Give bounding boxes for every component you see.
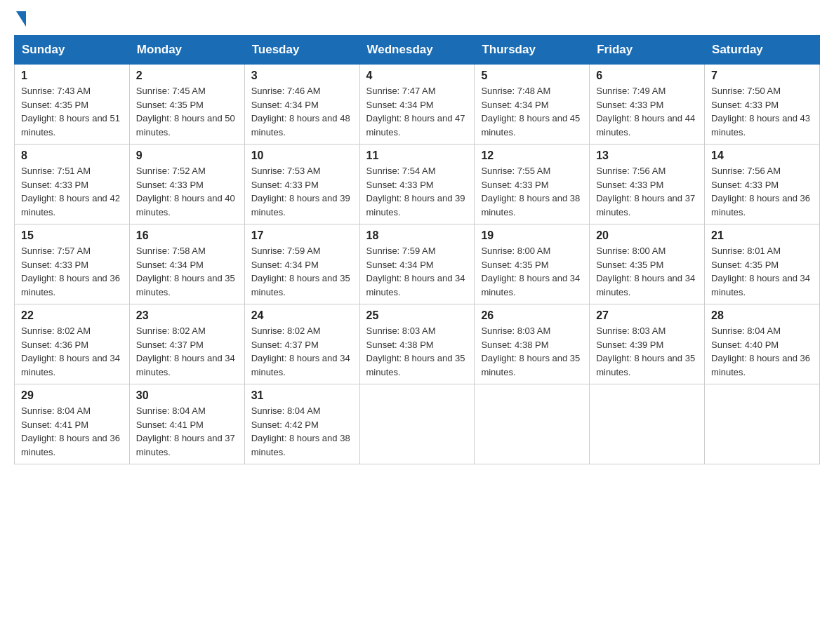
day-info: Sunrise: 7:54 AMSunset: 4:33 PMDaylight:… <box>366 166 465 217</box>
column-header-sunday: Sunday <box>15 36 130 65</box>
day-number: 17 <box>251 229 353 242</box>
calendar-cell: 9Sunrise: 7:52 AMSunset: 4:33 PMDaylight… <box>129 145 244 224</box>
calendar-cell: 6Sunrise: 7:49 AMSunset: 4:33 PMDaylight… <box>590 65 705 145</box>
day-info: Sunrise: 7:47 AMSunset: 4:34 PMDaylight:… <box>366 86 465 137</box>
day-info: Sunrise: 7:56 AMSunset: 4:33 PMDaylight:… <box>596 166 695 217</box>
calendar-cell: 10Sunrise: 7:53 AMSunset: 4:33 PMDayligh… <box>244 145 359 224</box>
day-info: Sunrise: 8:03 AMSunset: 4:38 PMDaylight:… <box>481 326 580 377</box>
calendar-cell: 21Sunrise: 8:01 AMSunset: 4:35 PMDayligh… <box>705 224 820 304</box>
calendar-cell: 13Sunrise: 7:56 AMSunset: 4:33 PMDayligh… <box>590 145 705 224</box>
calendar-cell: 19Sunrise: 8:00 AMSunset: 4:35 PMDayligh… <box>475 224 590 304</box>
day-info: Sunrise: 7:46 AMSunset: 4:34 PMDaylight:… <box>251 86 350 137</box>
calendar-cell <box>359 384 475 464</box>
calendar-cell: 17Sunrise: 7:59 AMSunset: 4:34 PMDayligh… <box>244 224 359 304</box>
day-number: 25 <box>366 309 468 322</box>
day-number: 28 <box>711 309 813 322</box>
day-number: 16 <box>136 229 238 242</box>
day-number: 31 <box>251 389 353 402</box>
day-info: Sunrise: 7:51 AMSunset: 4:33 PMDaylight:… <box>21 166 120 217</box>
day-info: Sunrise: 8:04 AMSunset: 4:41 PMDaylight:… <box>136 405 235 457</box>
calendar-cell: 28Sunrise: 8:04 AMSunset: 4:40 PMDayligh… <box>705 304 820 384</box>
day-number: 7 <box>711 69 813 82</box>
calendar-cell <box>705 384 820 464</box>
day-info: Sunrise: 8:04 AMSunset: 4:40 PMDaylight:… <box>711 326 810 377</box>
day-number: 19 <box>481 229 583 242</box>
calendar-cell: 15Sunrise: 7:57 AMSunset: 4:33 PMDayligh… <box>15 224 130 304</box>
day-number: 9 <box>136 149 238 162</box>
day-number: 29 <box>21 389 123 402</box>
day-number: 2 <box>136 69 238 82</box>
day-number: 11 <box>366 149 468 162</box>
day-number: 6 <box>596 69 698 82</box>
calendar-table: SundayMondayTuesdayWednesdayThursdayFrid… <box>14 35 820 464</box>
day-number: 4 <box>366 69 468 82</box>
calendar-week-row: 8Sunrise: 7:51 AMSunset: 4:33 PMDaylight… <box>15 145 820 224</box>
day-info: Sunrise: 8:04 AMSunset: 4:42 PMDaylight:… <box>251 405 350 457</box>
column-header-friday: Friday <box>590 36 705 65</box>
day-info: Sunrise: 7:56 AMSunset: 4:33 PMDaylight:… <box>711 166 810 217</box>
day-info: Sunrise: 8:02 AMSunset: 4:37 PMDaylight:… <box>251 326 350 377</box>
day-info: Sunrise: 7:59 AMSunset: 4:34 PMDaylight:… <box>366 246 465 297</box>
day-number: 27 <box>596 309 698 322</box>
calendar-cell: 4Sunrise: 7:47 AMSunset: 4:34 PMDaylight… <box>359 65 475 145</box>
day-info: Sunrise: 7:43 AMSunset: 4:35 PMDaylight:… <box>21 86 120 137</box>
calendar-cell: 8Sunrise: 7:51 AMSunset: 4:33 PMDaylight… <box>15 145 130 224</box>
day-info: Sunrise: 8:02 AMSunset: 4:36 PMDaylight:… <box>21 326 120 377</box>
day-info: Sunrise: 7:55 AMSunset: 4:33 PMDaylight:… <box>481 166 580 217</box>
calendar-cell: 3Sunrise: 7:46 AMSunset: 4:34 PMDaylight… <box>244 65 359 145</box>
day-info: Sunrise: 7:52 AMSunset: 4:33 PMDaylight:… <box>136 166 235 217</box>
calendar-cell: 14Sunrise: 7:56 AMSunset: 4:33 PMDayligh… <box>705 145 820 224</box>
day-number: 21 <box>711 229 813 242</box>
day-number: 18 <box>366 229 468 242</box>
calendar-cell: 30Sunrise: 8:04 AMSunset: 4:41 PMDayligh… <box>129 384 244 464</box>
calendar-cell: 31Sunrise: 8:04 AMSunset: 4:42 PMDayligh… <box>244 384 359 464</box>
day-info: Sunrise: 7:45 AMSunset: 4:35 PMDaylight:… <box>136 86 235 137</box>
day-info: Sunrise: 7:57 AMSunset: 4:33 PMDaylight:… <box>21 246 120 297</box>
column-header-thursday: Thursday <box>475 36 590 65</box>
day-info: Sunrise: 8:01 AMSunset: 4:35 PMDaylight:… <box>711 246 810 297</box>
day-number: 15 <box>21 229 123 242</box>
day-number: 3 <box>251 69 353 82</box>
day-info: Sunrise: 8:00 AMSunset: 4:35 PMDaylight:… <box>596 246 695 297</box>
calendar-cell <box>475 384 590 464</box>
logo <box>14 14 26 22</box>
day-info: Sunrise: 7:53 AMSunset: 4:33 PMDaylight:… <box>251 166 350 217</box>
day-number: 10 <box>251 149 353 162</box>
calendar-cell: 22Sunrise: 8:02 AMSunset: 4:36 PMDayligh… <box>15 304 130 384</box>
calendar-week-row: 15Sunrise: 7:57 AMSunset: 4:33 PMDayligh… <box>15 224 820 304</box>
day-info: Sunrise: 8:03 AMSunset: 4:39 PMDaylight:… <box>596 326 695 377</box>
day-number: 20 <box>596 229 698 242</box>
day-info: Sunrise: 7:48 AMSunset: 4:34 PMDaylight:… <box>481 86 580 137</box>
day-number: 14 <box>711 149 813 162</box>
column-header-saturday: Saturday <box>705 36 820 65</box>
calendar-week-row: 22Sunrise: 8:02 AMSunset: 4:36 PMDayligh… <box>15 304 820 384</box>
calendar-cell: 24Sunrise: 8:02 AMSunset: 4:37 PMDayligh… <box>244 304 359 384</box>
logo-triangle-icon <box>16 11 26 27</box>
calendar-cell: 18Sunrise: 7:59 AMSunset: 4:34 PMDayligh… <box>359 224 475 304</box>
calendar-cell: 27Sunrise: 8:03 AMSunset: 4:39 PMDayligh… <box>590 304 705 384</box>
calendar-header-row: SundayMondayTuesdayWednesdayThursdayFrid… <box>15 36 820 65</box>
day-number: 12 <box>481 149 583 162</box>
column-header-wednesday: Wednesday <box>359 36 475 65</box>
page-header <box>14 14 820 22</box>
calendar-cell: 25Sunrise: 8:03 AMSunset: 4:38 PMDayligh… <box>359 304 475 384</box>
calendar-cell: 11Sunrise: 7:54 AMSunset: 4:33 PMDayligh… <box>359 145 475 224</box>
day-number: 8 <box>21 149 123 162</box>
calendar-cell: 7Sunrise: 7:50 AMSunset: 4:33 PMDaylight… <box>705 65 820 145</box>
calendar-cell: 12Sunrise: 7:55 AMSunset: 4:33 PMDayligh… <box>475 145 590 224</box>
calendar-cell: 20Sunrise: 8:00 AMSunset: 4:35 PMDayligh… <box>590 224 705 304</box>
column-header-monday: Monday <box>129 36 244 65</box>
day-info: Sunrise: 8:00 AMSunset: 4:35 PMDaylight:… <box>481 246 580 297</box>
column-header-tuesday: Tuesday <box>244 36 359 65</box>
day-number: 13 <box>596 149 698 162</box>
calendar-cell <box>590 384 705 464</box>
calendar-cell: 5Sunrise: 7:48 AMSunset: 4:34 PMDaylight… <box>475 65 590 145</box>
calendar-cell: 2Sunrise: 7:45 AMSunset: 4:35 PMDaylight… <box>129 65 244 145</box>
day-info: Sunrise: 7:59 AMSunset: 4:34 PMDaylight:… <box>251 246 350 297</box>
calendar-week-row: 29Sunrise: 8:04 AMSunset: 4:41 PMDayligh… <box>15 384 820 464</box>
day-info: Sunrise: 7:50 AMSunset: 4:33 PMDaylight:… <box>711 86 810 137</box>
day-number: 24 <box>251 309 353 322</box>
calendar-cell: 16Sunrise: 7:58 AMSunset: 4:34 PMDayligh… <box>129 224 244 304</box>
day-info: Sunrise: 8:03 AMSunset: 4:38 PMDaylight:… <box>366 326 465 377</box>
day-number: 26 <box>481 309 583 322</box>
